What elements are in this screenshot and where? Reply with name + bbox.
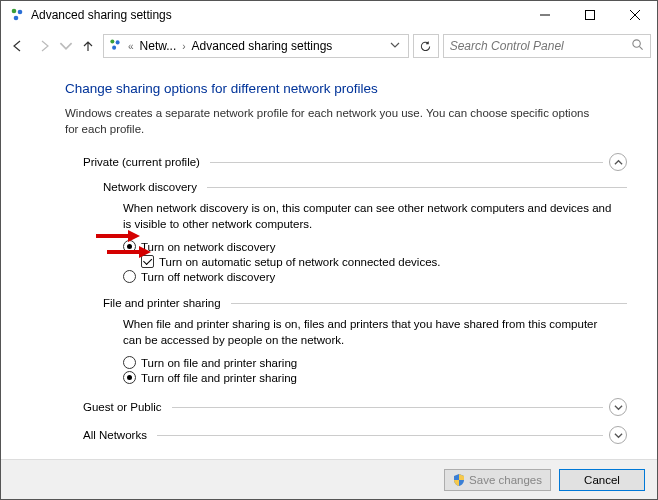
section-title: Private (current profile) (83, 156, 204, 168)
chevron-down-icon[interactable] (609, 426, 627, 444)
radio-icon (123, 240, 136, 253)
app-icon (9, 7, 25, 23)
section-all: All Networks (83, 426, 627, 444)
option-label: Turn on network discovery (141, 241, 275, 253)
breadcrumb-item[interactable]: Advanced sharing settings (192, 39, 333, 53)
refresh-button[interactable] (413, 34, 439, 58)
save-button[interactable]: Save changes (444, 469, 551, 491)
titlebar: Advanced sharing settings (1, 1, 657, 29)
option-label: Turn off file and printer sharing (141, 372, 297, 384)
radio-nd-on[interactable]: Turn on network discovery (123, 240, 627, 253)
group-network-discovery: Network discovery When network discovery… (103, 181, 627, 283)
button-label: Cancel (584, 474, 620, 486)
svg-point-0 (12, 9, 17, 14)
section-title: Guest or Public (83, 401, 166, 413)
shield-icon (453, 474, 465, 486)
address-bar[interactable]: « Netw... › Advanced sharing settings (103, 34, 409, 58)
search-box[interactable] (443, 34, 651, 58)
checkbox-nd-auto[interactable]: Turn on automatic setup of network conne… (141, 255, 627, 268)
window-controls (522, 1, 657, 29)
chevron-down-icon[interactable] (609, 398, 627, 416)
minimize-button[interactable] (522, 1, 567, 29)
svg-rect-4 (585, 11, 594, 20)
address-dropdown[interactable] (380, 39, 404, 53)
group-title: File and printer sharing (103, 297, 225, 309)
section-private: Private (current profile) Network discov… (83, 153, 627, 384)
toolbar: « Netw... › Advanced sharing settings (1, 29, 657, 63)
chevron-right-icon: › (180, 41, 187, 52)
divider (207, 187, 627, 188)
section-header-private[interactable]: Private (current profile) (83, 153, 627, 171)
group-file-printer: File and printer sharing When file and p… (103, 297, 627, 384)
section-title: All Networks (83, 429, 151, 441)
search-input[interactable] (450, 39, 644, 53)
radio-fp-off[interactable]: Turn off file and printer sharing (123, 371, 627, 384)
button-label: Save changes (469, 474, 542, 486)
intro-text: Windows creates a separate network profi… (65, 106, 605, 137)
option-label: Turn off network discovery (141, 271, 275, 283)
radio-icon (123, 356, 136, 369)
network-icon (108, 38, 122, 55)
group-desc: When file and printer sharing is on, fil… (123, 317, 613, 348)
section-header-guest[interactable]: Guest or Public (83, 398, 627, 416)
option-label: Turn on file and printer sharing (141, 357, 297, 369)
chevron-left-icon: « (126, 41, 136, 52)
divider (231, 303, 627, 304)
up-button[interactable] (77, 35, 99, 57)
forward-button[interactable] (33, 35, 55, 57)
window-title: Advanced sharing settings (31, 8, 522, 22)
maximize-button[interactable] (567, 1, 612, 29)
section-header-all[interactable]: All Networks (83, 426, 627, 444)
radio-fp-on[interactable]: Turn on file and printer sharing (123, 356, 627, 369)
divider (210, 162, 603, 163)
section-guest: Guest or Public (83, 398, 627, 416)
cancel-button[interactable]: Cancel (559, 469, 645, 491)
content-area: Change sharing options for different net… (1, 63, 657, 444)
page-heading: Change sharing options for different net… (65, 81, 627, 96)
option-label: Turn on automatic setup of network conne… (159, 256, 440, 268)
chevron-up-icon[interactable] (609, 153, 627, 171)
back-button[interactable] (7, 35, 29, 57)
svg-point-2 (14, 16, 19, 21)
breadcrumb-item[interactable]: Netw... (140, 39, 177, 53)
svg-point-9 (112, 45, 116, 49)
footer: Save changes Cancel (1, 459, 657, 499)
divider (172, 407, 603, 408)
group-desc: When network discovery is on, this compu… (123, 201, 613, 232)
group-title: Network discovery (103, 181, 201, 193)
search-icon (631, 38, 644, 54)
checkbox-icon (141, 255, 154, 268)
radio-icon (123, 371, 136, 384)
close-button[interactable] (612, 1, 657, 29)
radio-nd-off[interactable]: Turn off network discovery (123, 270, 627, 283)
svg-point-10 (633, 40, 640, 47)
svg-point-1 (18, 10, 23, 15)
svg-point-7 (110, 39, 114, 43)
recent-dropdown[interactable] (59, 35, 73, 57)
divider (157, 435, 603, 436)
svg-point-8 (116, 40, 120, 44)
radio-icon (123, 270, 136, 283)
svg-line-11 (639, 46, 642, 49)
